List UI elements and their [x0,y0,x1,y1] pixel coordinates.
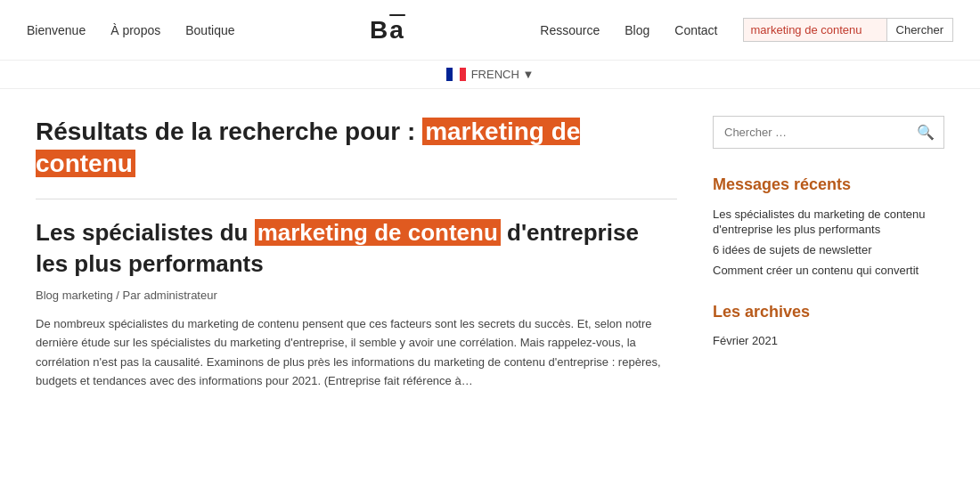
french-flag-icon [446,68,466,81]
article-title-highlight: marketing de contenu [255,219,501,246]
sidebar-recent-link-1[interactable]: Les spécialistes du marketing de contenu… [713,207,925,236]
sidebar-recent-item: 6 idées de sujets de newsletter [713,242,944,257]
sidebar-recent-item: Les spécialistes du marketing de contenu… [713,207,944,237]
site-logo[interactable]: Ba [370,16,405,45]
language-label[interactable]: FRENCH ▼ [471,68,535,81]
svg-rect-2 [460,68,466,81]
sidebar-recent-title: Messages récents [713,175,944,194]
section-divider [36,199,677,199]
sidebar-recent-link-2[interactable]: 6 idées de sujets de newsletter [713,243,872,256]
nav-contact[interactable]: Contact [674,23,717,37]
nav-ressource[interactable]: Ressource [540,23,600,37]
sidebar-search-input[interactable] [714,118,908,146]
search-icon: 🔍 [917,125,935,140]
sidebar-recent-links: Les spécialistes du marketing de contenu… [713,207,944,278]
nav-apropos[interactable]: À propos [110,23,160,37]
header-right: Ressource Blog Contact Chercher [540,18,953,42]
article-excerpt: De nombreux spécialistes du marketing de… [36,314,677,391]
sidebar-archives-title: Les archives [713,303,944,321]
nav-boutique[interactable]: Boutique [185,23,234,37]
nav-left: Bienvenue À propos Boutique [27,23,235,37]
content-area: Résultats de la recherche pour : marketi… [36,116,677,391]
svg-rect-0 [446,68,453,81]
article-meta: Blog marketing / Par administrateur [36,289,677,302]
language-bar: FRENCH ▼ [0,61,980,89]
svg-rect-1 [453,68,460,81]
header-search-input[interactable] [744,19,886,41]
header-search-button[interactable]: Chercher [886,19,952,41]
sidebar-search-form: 🔍 [713,116,944,149]
sidebar-recent-link-3[interactable]: Comment créer un contenu qui convertit [713,264,919,277]
article-title: Les spécialistes du marketing de contenu… [36,217,677,280]
site-header: Bienvenue À propos Boutique Ba Ressource… [0,0,980,61]
nav-bienvenue[interactable]: Bienvenue [27,23,86,37]
nav-blog[interactable]: Blog [625,23,649,37]
article-title-link[interactable]: Les spécialistes du marketing de contenu… [36,219,639,277]
article-author: administrateur [143,289,216,302]
header-search-form: Chercher [743,18,953,42]
search-results-title: Résultats de la recherche pour : marketi… [36,116,677,181]
article-category-link[interactable]: Blog marketing [36,289,113,302]
sidebar-archives: Février 2021 [713,334,944,347]
sidebar-search-button[interactable]: 🔍 [908,117,943,148]
sidebar: 🔍 Messages récents Les spécialistes du m… [713,116,944,391]
logo-text: Ba [370,16,405,45]
article-meta-separator: / Par [113,289,144,302]
main-container: Résultats de la recherche pour : marketi… [18,89,962,418]
sidebar-archive-link-1[interactable]: Février 2021 [713,334,944,347]
search-results-prefix: Résultats de la recherche pour : [36,118,415,145]
article-title-prefix: Les spécialistes du [36,219,255,246]
article-item: Les spécialistes du marketing de contenu… [36,217,677,391]
sidebar-recent-item: Comment créer un contenu qui convertit [713,263,944,278]
